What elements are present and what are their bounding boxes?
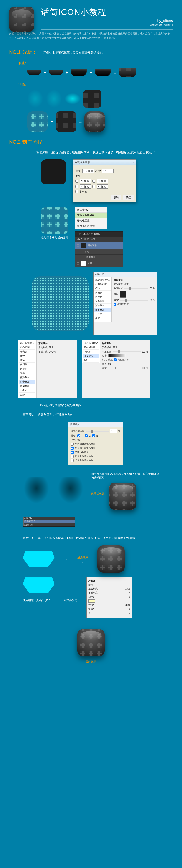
bl-input[interactable] bbox=[80, 184, 91, 189]
center-check[interactable] bbox=[75, 190, 78, 193]
fx-item[interactable]: 投影 bbox=[95, 316, 110, 321]
fx-item[interactable]: 混合选项:默认 bbox=[19, 341, 35, 345]
l: 渐变: bbox=[102, 354, 107, 357]
ok-button[interactable]: 确定 bbox=[123, 195, 134, 200]
c4[interactable] bbox=[71, 455, 74, 458]
slider[interactable] bbox=[108, 368, 141, 368]
eye-icon[interactable] bbox=[77, 262, 79, 265]
bl-check[interactable] bbox=[75, 185, 78, 188]
fill-label: 填充: 100% bbox=[84, 238, 95, 241]
eye-icon[interactable] bbox=[77, 244, 79, 247]
menu-item-smart-object[interactable]: 转换为智能对象 bbox=[75, 213, 107, 218]
slider[interactable] bbox=[113, 351, 141, 352]
c3[interactable] bbox=[71, 451, 74, 454]
blend-mode[interactable]: 正常 bbox=[77, 232, 81, 236]
fx-item[interactable]: 图案叠加 bbox=[19, 384, 35, 389]
opacity-label: 不透明度: 100% bbox=[83, 232, 100, 236]
tr-check[interactable] bbox=[93, 180, 95, 183]
b-check[interactable] bbox=[92, 434, 95, 437]
fx-item[interactable]: 颜色叠加 bbox=[19, 375, 35, 380]
br-input[interactable] bbox=[97, 184, 108, 189]
v[interactable]: 0 bbox=[129, 608, 130, 610]
fx-item[interactable]: 光泽 bbox=[19, 371, 35, 375]
c1l: 将内部效果混合成组 bbox=[75, 442, 96, 445]
align-check[interactable] bbox=[114, 359, 117, 362]
cancel-button[interactable]: 取消 bbox=[110, 195, 122, 200]
fx-item[interactable]: 内阴影 bbox=[19, 363, 35, 367]
v[interactable]: 5 bbox=[129, 612, 130, 614]
fx-item[interactable]: 投影 bbox=[83, 358, 99, 363]
fx-item[interactable]: 混合选项:默认 bbox=[83, 341, 99, 345]
fx-item[interactable]: 斜面和浮雕 bbox=[95, 282, 110, 286]
fx-badge: fx bbox=[30, 517, 32, 520]
fx-item[interactable]: 混合选项:默认 bbox=[95, 278, 110, 282]
fx-item[interactable]: 内阴影 bbox=[83, 350, 99, 354]
pen-caption: 使用钢笔工具画出形状 bbox=[23, 598, 50, 602]
pattern-swatch[interactable] bbox=[120, 291, 127, 298]
menu-item[interactable]: 栅格化图层样式 bbox=[75, 223, 107, 229]
r-check[interactable] bbox=[77, 434, 80, 437]
c1[interactable] bbox=[71, 443, 74, 445]
fx-item[interactable]: 内发光 bbox=[19, 367, 35, 371]
fx-item[interactable]: 内发光 bbox=[95, 295, 110, 299]
fx-item[interactable]: 斜面和浮雕 bbox=[19, 345, 35, 350]
v[interactable]: 滤色 bbox=[125, 587, 130, 590]
c5[interactable] bbox=[71, 459, 74, 462]
tl-check[interactable] bbox=[75, 180, 78, 183]
v[interactable]: 75 bbox=[127, 591, 130, 594]
opacity-slider[interactable] bbox=[124, 288, 148, 289]
br-check[interactable] bbox=[93, 185, 95, 188]
desc5: 最后一步，画出顶部的内斜面高光阴影，使话筒更有立体感，使用图层蒙版附加到话筒 bbox=[23, 536, 141, 540]
link-check[interactable] bbox=[113, 303, 116, 306]
final-effect-caption: 最后效果 bbox=[77, 556, 88, 559]
mic-pattern bbox=[27, 112, 48, 132]
v[interactable]: 0 bbox=[129, 595, 130, 598]
height-input[interactable] bbox=[102, 169, 113, 173]
c2[interactable] bbox=[71, 447, 74, 450]
v[interactable]: 90 bbox=[108, 363, 111, 365]
layer-row[interactable]: 圆角矩形 bbox=[75, 242, 123, 249]
fx-item-gradient[interactable]: 渐变叠加 bbox=[19, 380, 35, 384]
layer-row[interactable]: 圆角矩形 bbox=[23, 523, 75, 526]
section2-heading: NO.2 制作流程 bbox=[9, 138, 173, 146]
color-swatch[interactable] bbox=[88, 599, 95, 602]
menu-item[interactable]: 自由变换... bbox=[75, 207, 107, 213]
layer-row[interactable]: 图层 1fx bbox=[23, 517, 75, 520]
v[interactable]: 正常 bbox=[113, 346, 118, 349]
fx-item-active[interactable]: 渐变叠加 bbox=[83, 354, 99, 358]
fx-item[interactable]: 颜色叠加 bbox=[95, 299, 110, 304]
fx-item[interactable]: 内阴影 bbox=[95, 290, 110, 295]
label-base: 底座: bbox=[18, 61, 173, 65]
fx-item-active[interactable]: 图案叠加 bbox=[95, 308, 110, 312]
blend-val[interactable]: 正常 bbox=[124, 283, 129, 286]
layer-bg[interactable]: 背景 bbox=[75, 259, 123, 267]
fx-item[interactable]: 投影 bbox=[19, 393, 35, 397]
layer-fx-item[interactable]: ○ 图案叠加 bbox=[75, 254, 123, 259]
scale-slider[interactable] bbox=[120, 300, 148, 301]
fx-item[interactable]: 渐变叠加 bbox=[95, 304, 110, 308]
fx-item[interactable]: 描边 bbox=[19, 358, 35, 363]
v[interactable]: 线性 bbox=[108, 358, 113, 362]
fx-item[interactable]: 纹理 bbox=[19, 354, 35, 358]
fx-item[interactable]: 外发光 bbox=[19, 389, 35, 393]
link-label: 与图层链接 bbox=[118, 303, 129, 306]
tr-input[interactable] bbox=[97, 179, 108, 183]
layer-row-selected[interactable]: 圆角矩形 2 bbox=[23, 520, 75, 523]
fill-input[interactable] bbox=[110, 429, 117, 433]
tl-input[interactable] bbox=[80, 179, 91, 183]
gradient-swatch[interactable] bbox=[108, 354, 127, 357]
close-icon[interactable]: × bbox=[133, 161, 134, 164]
fx-item[interactable]: 外发光 bbox=[95, 312, 110, 316]
mic-result bbox=[84, 112, 105, 132]
v[interactable]: 柔和 bbox=[125, 603, 130, 607]
g-check[interactable] bbox=[85, 434, 87, 437]
opac-label: 不透明度: bbox=[113, 287, 123, 290]
menu-item[interactable]: 栅格化图层 bbox=[75, 218, 107, 223]
ko-val[interactable]: 无 bbox=[77, 438, 80, 441]
v[interactable]: 正常 bbox=[49, 346, 54, 349]
fx-item[interactable]: 等高线 bbox=[19, 350, 35, 354]
fx-item[interactable]: 斜面和浮雕 bbox=[83, 345, 99, 350]
fill-slider[interactable] bbox=[86, 431, 109, 432]
width-input[interactable] bbox=[82, 169, 94, 173]
fx-item[interactable]: 描边 bbox=[95, 286, 110, 290]
